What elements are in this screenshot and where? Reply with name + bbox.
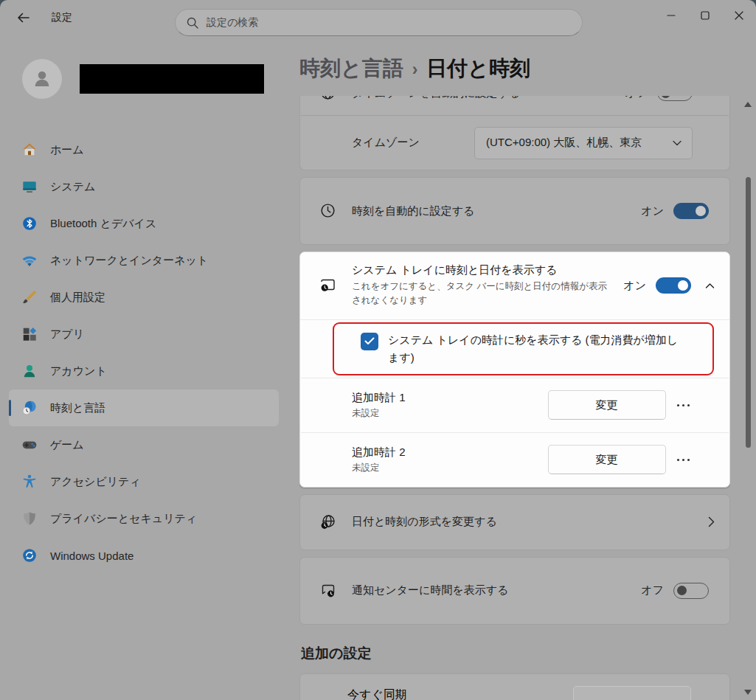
show-seconds-row: システム トレイの時計に秒を表示する (電力消費が増加します): [300, 319, 729, 378]
timezone-card: タイムゾーンを自動的に設定する オフ タイムゾーン (UTC+09:00) 大阪…: [299, 96, 730, 170]
page-title: 日付と時刻: [426, 55, 530, 83]
scrollbar-thumb[interactable]: [746, 177, 751, 448]
system-tray-state: オン: [623, 279, 646, 293]
additional-clock-2-row: 追加時計 2 未設定 変更: [300, 433, 729, 487]
collapse-button[interactable]: [705, 283, 715, 289]
additional-clock-1-status: 未設定: [352, 407, 548, 420]
sidebar-item-system[interactable]: システム: [9, 168, 279, 205]
scroll-up-arrow-icon[interactable]: [744, 102, 752, 107]
user-name-redacted: [80, 64, 264, 94]
sidebar-item-label: Windows Update: [50, 550, 133, 562]
globe-clock-icon: [319, 513, 337, 531]
notification-row: 通知センターに時間を表示する オフ: [300, 558, 729, 624]
time-auto-toggle[interactable]: [673, 203, 709, 219]
additional-clock-2-label: 追加時計 2: [352, 446, 548, 460]
maximize-button[interactable]: [688, 0, 722, 31]
formats-card: 日付と時刻の形式を変更する: [299, 494, 730, 550]
settings-window: 設定 設定の検索 ホームシステムBluetooth とデバイスネットワークとイン…: [0, 0, 756, 700]
change-clock-2-button[interactable]: 変更: [548, 445, 666, 474]
time-auto-label: 時刻を自動的に設定する: [352, 204, 641, 218]
chevron-up-icon: [705, 283, 715, 289]
change-clock-1-button[interactable]: 変更: [548, 390, 666, 420]
notification-card: 通知センターに時間を表示する オフ: [299, 557, 730, 625]
timezone-auto-state: オフ: [625, 96, 648, 100]
vertical-scrollbar[interactable]: [742, 99, 754, 698]
notification-toggle[interactable]: [673, 583, 709, 599]
additional-clock-1-label: 追加時計 1: [352, 391, 548, 405]
more-options-clock-1-button[interactable]: [676, 400, 692, 412]
sidebar-item-label: ネットワークとインターネット: [50, 254, 208, 268]
search-placeholder: 設定の検索: [207, 16, 258, 30]
sidebar-item-label: アクセシビリティ: [50, 475, 141, 489]
additional-settings-heading: 追加の設定: [301, 644, 730, 663]
additional-clock-1-row: 追加時計 1 未設定 変更: [300, 378, 729, 432]
time-auto-state: オン: [641, 204, 664, 218]
timezone-auto-toggle[interactable]: [657, 96, 693, 101]
avatar-icon: [22, 59, 62, 99]
network-icon: [21, 252, 38, 268]
sidebar-item-privacy[interactable]: プライバシーとセキュリティ: [9, 500, 279, 537]
notification-clock-icon: [319, 582, 337, 600]
sidebar-item-network[interactable]: ネットワークとインターネット: [9, 242, 279, 279]
user-profile[interactable]: [0, 35, 288, 114]
back-button[interactable]: [10, 6, 35, 30]
sidebar-item-apps[interactable]: アプリ: [9, 316, 279, 353]
privacy-icon: [21, 510, 38, 527]
search-icon: [187, 17, 198, 29]
main-panel: 時刻と言語 › 日付と時刻 タイムゾーンを自動的に設定する オフ: [288, 35, 756, 700]
sidebar-item-accounts[interactable]: アカウント: [9, 353, 279, 389]
more-options-clock-2-button[interactable]: [676, 454, 692, 466]
timezone-value: (UTC+09:00) 大阪、札幌、東京: [486, 136, 673, 150]
sidebar-item-gaming[interactable]: ゲーム: [9, 426, 279, 463]
titlebar: 設定 設定の検索: [0, 0, 756, 35]
sync-now-label: 今すぐ同期: [347, 687, 407, 700]
sidebar-item-label: ゲーム: [50, 438, 84, 452]
breadcrumb: 時刻と言語 › 日付と時刻: [299, 55, 756, 83]
home-icon: [21, 142, 38, 158]
notification-label: 通知センターに時間を表示する: [352, 583, 641, 597]
chevron-right-icon: [708, 516, 715, 527]
sidebar-item-home[interactable]: ホーム: [9, 131, 279, 168]
sync-now-button[interactable]: [573, 686, 691, 700]
sidebar-item-label: システム: [50, 180, 95, 194]
scroll-down-arrow-icon[interactable]: [744, 690, 752, 695]
sidebar-item-accessibility[interactable]: アクセシビリティ: [9, 463, 279, 500]
system-tray-toggle[interactable]: [656, 277, 691, 294]
close-button[interactable]: [722, 0, 756, 31]
clock-icon: [319, 202, 337, 220]
sidebar-item-label: アプリ: [50, 328, 84, 342]
sidebar-item-label: Bluetooth とデバイス: [50, 217, 156, 231]
sidebar-item-time-language[interactable]: 時刻と言語: [9, 389, 279, 426]
time-auto-card: 時刻を自動的に設定する オン: [299, 177, 730, 245]
search-input[interactable]: 設定の検索: [175, 9, 583, 36]
sidebar-item-label: ホーム: [50, 143, 84, 157]
breadcrumb-parent[interactable]: 時刻と言語: [299, 55, 403, 83]
notification-state: オフ: [641, 583, 664, 597]
sidebar-item-windows-update[interactable]: Windows Update: [9, 537, 279, 574]
sidebar-item-bluetooth[interactable]: Bluetooth とデバイス: [9, 205, 279, 242]
minimize-button[interactable]: [654, 0, 688, 31]
timezone-dropdown[interactable]: (UTC+09:00) 大阪、札幌、東京: [474, 127, 693, 159]
sync-card: 今すぐ同期: [299, 673, 730, 700]
show-seconds-label: システム トレイの時計に秒を表示する (電力消費が増加します): [388, 331, 685, 367]
additional-clock-2-status: 未設定: [352, 462, 548, 474]
show-seconds-checkbox[interactable]: [361, 333, 378, 350]
timezone-label: タイムゾーン: [352, 136, 474, 150]
system-icon: [21, 179, 38, 195]
sidebar-item-label: 時刻と言語: [50, 401, 105, 415]
windows-update-icon: [21, 547, 38, 564]
sidebar: ホームシステムBluetooth とデバイスネットワークとインターネット個人用設…: [0, 35, 288, 700]
system-tray-header-row[interactable]: システム トレイに時刻と日付を表示する これをオフにすると、タスク バーに時刻と…: [300, 252, 729, 319]
check-icon: [364, 337, 375, 345]
breadcrumb-separator-icon: ›: [412, 60, 418, 80]
sidebar-item-label: 個人用設定: [50, 291, 105, 305]
system-tray-card: システム トレイに時刻と日付を表示する これをオフにすると、タスク バーに時刻と…: [299, 252, 730, 488]
sidebar-item-label: プライバシーとセキュリティ: [50, 512, 197, 526]
chevron-down-icon: [673, 140, 682, 146]
formats-row[interactable]: 日付と時刻の形式を変更する: [300, 495, 729, 550]
apps-icon: [21, 326, 38, 342]
sidebar-item-personalization[interactable]: 個人用設定: [9, 279, 279, 316]
tray-date-clock-icon: [319, 277, 337, 294]
settings-scroll-area: タイムゾーンを自動的に設定する オフ タイムゾーン (UTC+09:00) 大阪…: [299, 96, 730, 700]
system-tray-title: システム トレイに時刻と日付を表示する: [352, 263, 623, 277]
